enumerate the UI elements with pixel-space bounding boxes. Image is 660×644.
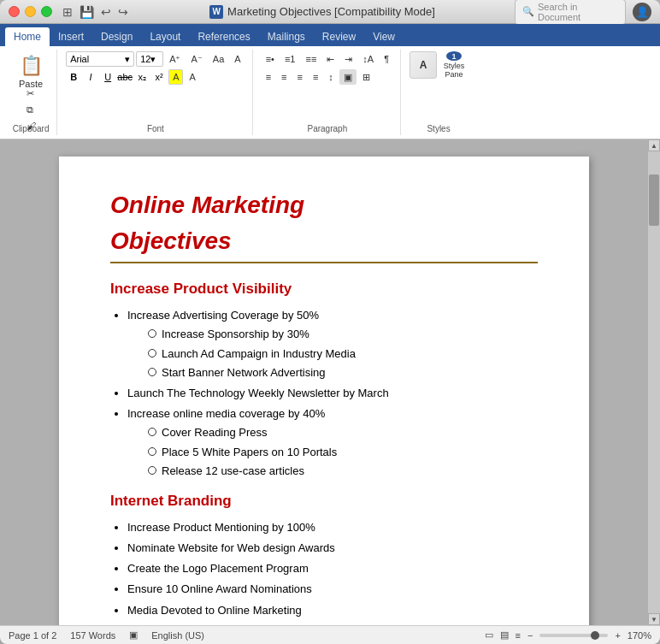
tab-references[interactable]: References xyxy=(189,27,258,46)
line-spacing-button[interactable]: ↕ xyxy=(324,69,338,85)
styles-pane-label: StylesPane xyxy=(444,62,465,79)
styles-pane-button[interactable]: 1 StylesPane xyxy=(440,51,468,79)
list-item: Increase Advertising Coverage by 50% Inc… xyxy=(127,308,538,381)
save-icon[interactable]: 💾 xyxy=(78,5,96,19)
section-heading-1: Increase Product Visibility xyxy=(110,281,538,298)
tab-home[interactable]: Home xyxy=(5,27,50,46)
clipboard-group: 📋 Paste ✂ ⧉ 🖌 Clipboard xyxy=(5,50,57,135)
language: English (US) xyxy=(151,630,204,641)
font-size-value: 12 xyxy=(140,54,150,64)
decrease-font-button[interactable]: A⁻ xyxy=(186,51,206,67)
maximize-button[interactable] xyxy=(41,6,52,17)
decrease-indent-button[interactable]: ⇤ xyxy=(322,51,339,67)
highlight-button[interactable]: A xyxy=(168,69,183,85)
window-icon: ⊞ xyxy=(61,5,74,19)
font-dropdown-icon: ▾ xyxy=(125,54,130,65)
layout-icon-3[interactable]: ≡ xyxy=(516,630,521,641)
tab-view[interactable]: View xyxy=(364,27,404,46)
scroll-down-button[interactable]: ▼ xyxy=(648,613,660,625)
sub-bullet-icon xyxy=(148,349,156,357)
bullets-button[interactable]: ≡• xyxy=(262,51,279,67)
styles-icon-label: A xyxy=(420,59,427,71)
minimize-button[interactable] xyxy=(25,6,36,17)
subscript-button[interactable]: x₂ xyxy=(134,69,150,85)
font-family-value: Arial xyxy=(70,54,89,64)
show-marks-button[interactable]: ¶ xyxy=(380,51,393,67)
layout-icon-1[interactable]: ▭ xyxy=(485,629,493,641)
styles-button[interactable]: A xyxy=(410,51,437,79)
search-icon: 🔍 xyxy=(522,6,534,17)
font-family-selector[interactable]: Arial ▾ xyxy=(66,51,134,67)
list-item-text: Ensure 10 Online Award Nominations xyxy=(127,582,312,595)
underline-button[interactable]: U xyxy=(100,69,115,85)
font-color-button[interactable]: A xyxy=(230,51,245,67)
doc-area: Online Marketing Objectives Increase Pro… xyxy=(0,139,660,625)
increase-font-button[interactable]: A⁺ xyxy=(165,51,185,67)
superscript-button[interactable]: x² xyxy=(151,69,167,85)
tab-insert[interactable]: Insert xyxy=(50,27,92,46)
clear-format-button[interactable]: Aa xyxy=(209,51,228,67)
align-left-button[interactable]: ≡ xyxy=(262,69,275,85)
vertical-scrollbar[interactable]: ▲ ▼ xyxy=(648,139,660,625)
word-count: 157 Words xyxy=(70,630,115,641)
font-size-selector[interactable]: 12 ▾ xyxy=(136,51,163,67)
toolbar-icons: ⊞ 💾 ↩ ↪ xyxy=(61,5,130,19)
document-title-line1: Online Marketing xyxy=(110,191,538,220)
italic-button[interactable]: I xyxy=(83,69,98,85)
app-window: ⊞ 💾 ↩ ↪ W Marketing Objectives [Compatib… xyxy=(0,0,660,644)
paragraph-group: ≡• ≡1 ≡≡ ⇤ ⇥ ↕A ¶ ≡ ≡ ≡ ≡ ↕ ▣ xyxy=(255,50,401,135)
zoom-minus-button[interactable]: − xyxy=(527,630,533,641)
list-item: Increase Sponsorship by 30% xyxy=(148,327,538,342)
justify-button[interactable]: ≡ xyxy=(309,69,322,85)
sort-button[interactable]: ↕A xyxy=(358,51,378,67)
list-item-text: Launch The Technology Weekly Newsletter … xyxy=(127,387,389,399)
status-right: ▭ ▤ ≡ − + 170% xyxy=(485,629,651,641)
strikethrough-button[interactable]: abc xyxy=(117,69,133,85)
list-item: Launch The Technology Weekly Newsletter … xyxy=(127,386,538,401)
close-button[interactable] xyxy=(9,6,20,17)
scroll-up-button[interactable]: ▲ xyxy=(648,139,660,151)
undo-icon[interactable]: ↩ xyxy=(99,5,113,19)
document-title: Marketing Objectives [Compatibility Mode… xyxy=(227,5,435,18)
paragraph-controls: ≡• ≡1 ≡≡ ⇤ ⇥ ↕A ¶ ≡ ≡ ≡ ≡ ↕ ▣ xyxy=(262,51,393,85)
shading-button[interactable]: ▣ xyxy=(339,69,357,85)
list-item: Create the Logo Placement Program xyxy=(127,561,538,576)
list-item: Place 5 White Papers on 10 Portals xyxy=(148,445,538,460)
bold-button[interactable]: B xyxy=(66,69,81,85)
page-info: Page 1 of 2 xyxy=(9,630,56,641)
tab-layout[interactable]: Layout xyxy=(141,27,189,46)
document-title-line2: Objectives xyxy=(110,227,538,256)
align-right-button[interactable]: ≡ xyxy=(292,69,306,85)
list-item: Start Banner Network Advertising xyxy=(148,365,538,381)
increase-indent-button[interactable]: ⇥ xyxy=(340,51,357,67)
tab-review[interactable]: Review xyxy=(314,27,364,46)
sub-bullet-icon xyxy=(148,329,156,338)
align-center-button[interactable]: ≡ xyxy=(277,69,291,85)
cut-button[interactable]: ✂ xyxy=(22,86,40,101)
redo-icon[interactable]: ↪ xyxy=(116,5,130,19)
font-row-2: B I U abc x₂ x² A A xyxy=(66,69,200,85)
copy-button[interactable]: ⧉ xyxy=(22,102,40,117)
layout-icon-2[interactable]: ▤ xyxy=(500,629,509,641)
list-item-text: Increase Product Mentioning by 100% xyxy=(127,521,315,534)
user-button[interactable]: 👤 xyxy=(633,3,651,21)
tab-design[interactable]: Design xyxy=(92,27,141,46)
border-button[interactable]: ⊞ xyxy=(358,69,374,85)
search-box[interactable]: 🔍 Search in Document xyxy=(515,0,626,25)
word-app-icon: W xyxy=(209,5,223,19)
scroll-thumb[interactable] xyxy=(649,174,659,226)
doc-scroll[interactable]: Online Marketing Objectives Increase Pro… xyxy=(0,139,648,625)
tab-mailings[interactable]: Mailings xyxy=(259,27,314,46)
numbering-button[interactable]: ≡1 xyxy=(280,51,300,67)
sub-bullet-icon xyxy=(148,447,156,456)
zoom-plus-button[interactable]: + xyxy=(615,630,620,641)
zoom-slider[interactable] xyxy=(539,634,608,637)
list-item-text: Media Devoted to Online Marketing xyxy=(127,604,302,617)
zoom-thumb[interactable] xyxy=(591,631,599,640)
title-divider xyxy=(110,262,538,263)
text-color-button[interactable]: A xyxy=(185,69,199,85)
sub-list: Increase Sponsorship by 30% Launch Ad Ca… xyxy=(148,327,538,381)
multilevel-button[interactable]: ≡≡ xyxy=(301,51,321,67)
scroll-track[interactable] xyxy=(648,151,660,613)
cut-icon: ✂ xyxy=(27,88,34,99)
